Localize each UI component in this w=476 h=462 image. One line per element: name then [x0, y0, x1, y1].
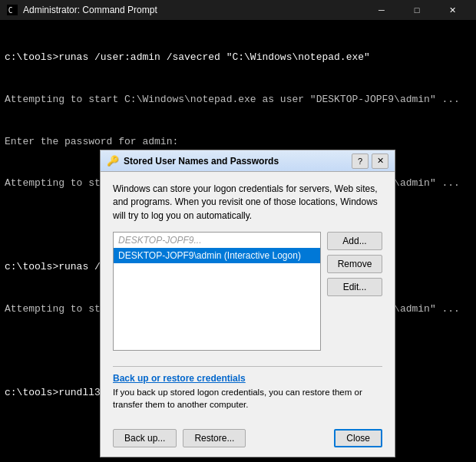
terminal-line-2: Attempting to start C:\Windows\notepad.e…	[5, 93, 471, 107]
minimize-button[interactable]: ─	[364, 0, 399, 20]
terminal-line-3: Enter the password for admin:	[5, 135, 471, 149]
dialog-close-button[interactable]: ✕	[372, 153, 388, 169]
backup-restore-link[interactable]: Back up or restore credentials	[113, 373, 246, 384]
dialog-description: Windows can store your logon credentials…	[113, 183, 382, 223]
terminal-line-1: c:\tools>runas /user:admin /savecred "C:…	[5, 51, 471, 64]
cmd-title: Administrator: Command Prompt	[23, 5, 359, 15]
backup-description: If you back up stored logon credentials,…	[113, 386, 382, 411]
close-dialog-button[interactable]: Close	[334, 429, 382, 447]
titlebar-controls: ─ □ ✕	[364, 0, 470, 20]
dialog-title-buttons: ? ✕	[352, 153, 388, 169]
stored-credentials-dialog: 🔑 Stored User Names and Passwords ? ✕ Wi…	[100, 150, 395, 457]
backup-section: Back up or restore credentials If you ba…	[113, 366, 382, 411]
add-button[interactable]: Add...	[327, 232, 382, 250]
cmd-titlebar: C Administrator: Command Prompt ─ □ ✕	[0, 0, 476, 20]
dialog-main-area: DESKTOP-JOPF9... DESKTOP-JOPF9\admin (In…	[113, 232, 382, 358]
svg-text:C: C	[8, 6, 13, 15]
credentials-list-area: DESKTOP-JOPF9... DESKTOP-JOPF9\admin (In…	[113, 232, 321, 358]
maximize-button[interactable]: □	[399, 0, 435, 20]
close-button[interactable]: ✕	[435, 0, 470, 20]
dialog-titlebar: 🔑 Stored User Names and Passwords ? ✕	[101, 150, 395, 172]
credential-side-buttons: Add... Remove Edit...	[327, 232, 382, 358]
edit-button[interactable]: Edit...	[327, 278, 382, 296]
remove-button[interactable]: Remove	[327, 255, 382, 273]
credential-item-2[interactable]: DESKTOP-JOPF9\admin (Interactive Logon)	[114, 248, 320, 263]
credential-item-1[interactable]: DESKTOP-JOPF9...	[114, 233, 320, 248]
dialog-body: Windows can store your logon credentials…	[101, 172, 395, 424]
dialog-footer: Back up... Restore... Close	[101, 424, 395, 457]
backup-button[interactable]: Back up...	[113, 429, 177, 447]
key-icon: 🔑	[107, 155, 119, 167]
restore-button[interactable]: Restore...	[183, 429, 246, 447]
dialog-title: Stored User Names and Passwords	[124, 156, 352, 167]
cmd-icon: C	[6, 4, 18, 16]
dialog-help-button[interactable]: ?	[352, 153, 369, 169]
credentials-list[interactable]: DESKTOP-JOPF9... DESKTOP-JOPF9\admin (In…	[113, 232, 321, 351]
